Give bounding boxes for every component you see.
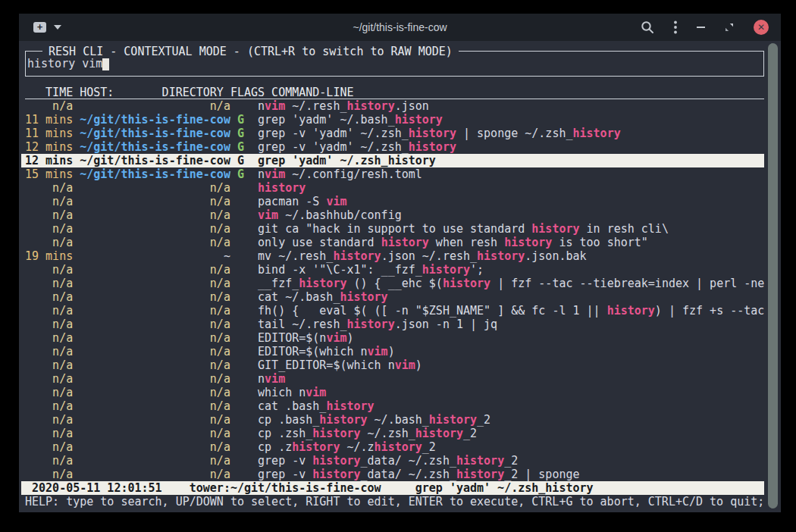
row-time: n/a (25, 236, 80, 249)
match-highlight: history (326, 399, 374, 413)
match-highlight: history (374, 440, 422, 454)
minimize-icon (697, 27, 705, 28)
command-text: n (258, 167, 265, 181)
match-highlight: vim (306, 386, 326, 399)
match-highlight: history (456, 454, 504, 468)
command-text: _2 | sponge (504, 468, 579, 481)
row-directory: n/a (80, 277, 237, 290)
history-row: n/a n/a vim ~/.bashhub/config (25, 208, 764, 222)
command-text: ) (388, 345, 395, 358)
row-flags (237, 358, 258, 372)
row-directory: ~/git/this-is-fine-cow (80, 167, 237, 181)
command-text: .json.bak (525, 249, 586, 263)
session-menu-button[interactable] (54, 25, 61, 30)
search-icon (641, 20, 654, 34)
row-flags: G (237, 167, 258, 181)
row-time: n/a (25, 290, 80, 304)
row-flags (237, 331, 258, 345)
history-row: n/a n/a bind -x '"\C-x1": __fzf_history'… (25, 263, 764, 277)
row-time: n/a (25, 99, 80, 113)
row-directory: n/a (80, 358, 237, 372)
row-time: n/a (25, 440, 80, 454)
history-row: n/a n/a git ca "hack in support to use s… (25, 222, 764, 236)
command-text: fh() { eval $( ([ -n "$ZSH_NAME" ] && fc… (258, 304, 607, 318)
command-text: ) (415, 358, 422, 372)
row-directory: n/a (80, 99, 237, 113)
terminal-window: + ~/git/this-is-fine-cow (19, 14, 781, 512)
command-text: n (258, 372, 265, 386)
match-highlight: history (258, 181, 306, 195)
history-row: n/a n/a nvim (25, 372, 764, 386)
row-flags (237, 222, 258, 236)
row-time: n/a (25, 372, 80, 386)
command-text: is too short" (552, 236, 647, 249)
row-flags (237, 249, 258, 263)
match-highlight: history (346, 318, 394, 331)
command-text: ~/.bash_ (368, 413, 429, 427)
restore-button[interactable] (725, 23, 734, 32)
row-directory: n/a (80, 454, 237, 468)
row-directory: n/a (80, 399, 237, 413)
match-highlight: vim (326, 331, 346, 345)
command-text: _2 (422, 440, 436, 454)
match-highlight: vim (368, 345, 388, 358)
row-time: n/a (25, 195, 80, 208)
search-query: history vim (27, 57, 102, 70)
row-directory: n/a (80, 413, 237, 427)
match-highlight: history (292, 440, 340, 454)
history-row: n/a n/a which nvim (25, 386, 764, 399)
row-directory: n/a (80, 331, 237, 345)
command-text: _2 (477, 413, 490, 427)
command-text: | fzf --tac --tiebreak=index | perl -ne (490, 277, 764, 290)
row-flags (237, 454, 258, 468)
row-time: n/a (25, 331, 80, 345)
match-highlight: history (299, 277, 346, 290)
scrollbar-thumb[interactable] (768, 43, 778, 509)
match-highlight: history (573, 127, 621, 140)
status-bar: 2020-05-11 12:01:51 tower:~/git/this-is-… (21, 481, 764, 495)
row-directory: n/a (80, 386, 237, 399)
new-tab-button[interactable]: + (33, 22, 46, 33)
kebab-menu-icon (674, 20, 677, 34)
command-text: grep -v (258, 454, 312, 468)
command-text: ) (346, 331, 353, 345)
history-row: n/a n/a EDITOR=$(nvim) (25, 331, 764, 345)
match-highlight: history (340, 290, 387, 304)
menu-button[interactable] (674, 20, 677, 34)
command-text: mv ~/.resh_ (258, 249, 333, 263)
history-row: n/a n/a nvim ~/.resh_history.json (25, 99, 764, 113)
row-directory: n/a (80, 440, 237, 454)
history-row: 11 mins ~/git/this-is-fine-cow G grep -v… (25, 127, 764, 140)
command-text: _data/ ~/.zsh_ (361, 468, 456, 481)
row-flags (237, 195, 258, 208)
command-text: | sponge ~/.zsh_ (456, 127, 573, 140)
match-highlight: history (443, 277, 490, 290)
history-row: n/a n/a fh() { eval $( ([ -n "$ZSH_NAME"… (25, 304, 764, 318)
command-text: _2 (463, 427, 477, 440)
close-button[interactable]: ✕ (754, 20, 769, 35)
command-text: cp .zsh_ (258, 427, 312, 440)
match-highlight: history (409, 140, 456, 154)
text-cursor (102, 58, 109, 70)
match-highlight: history (409, 127, 456, 140)
row-time: n/a (25, 386, 80, 399)
command-text: EDITOR=$(which n (258, 345, 368, 358)
row-time: n/a (25, 181, 80, 195)
row-time: n/a (25, 454, 80, 468)
match-highlight: history (531, 222, 579, 236)
command-text: when resh (429, 236, 504, 249)
row-time: 11 mins (25, 113, 80, 127)
history-row: n/a n/a cp .bash_history ~/.bash_history… (25, 413, 764, 427)
minimize-button[interactable] (697, 27, 705, 28)
row-directory: n/a (80, 236, 237, 249)
row-flags (237, 427, 258, 440)
row-flags (237, 413, 258, 427)
table-header: TIME HOST: DIRECTORY FLAGS COMMAND-LINE (25, 86, 764, 99)
row-time: 19 mins (25, 249, 80, 263)
terminal[interactable]: RESH CLI - CONTEXTUAL MODE - (CTRL+R to … (19, 41, 781, 512)
row-directory: ~/git/this-is-fine-cow (80, 113, 237, 127)
match-highlight: history (415, 427, 463, 440)
row-time: n/a (25, 208, 80, 222)
search-button[interactable] (641, 20, 654, 34)
row-flags (237, 468, 258, 481)
